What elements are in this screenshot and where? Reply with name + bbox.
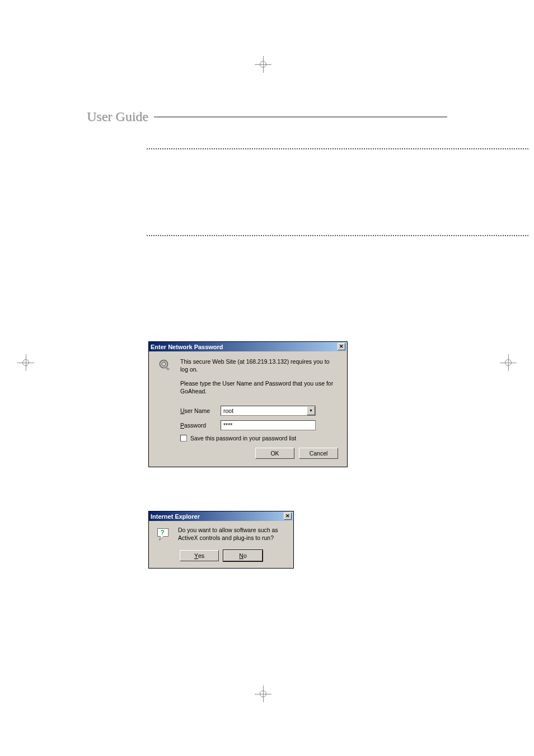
no-button[interactable]: No	[223, 550, 263, 561]
internet-explorer-dialog: Internet Explorer ✕ ? Do you want to all…	[148, 511, 294, 569]
dialog1-body: This secure Web Site (at 168.219.13.132)…	[149, 351, 347, 467]
registration-mark-left	[20, 357, 31, 368]
page-title: User Guide	[87, 109, 148, 124]
dotted-line-2	[147, 235, 528, 236]
username-combobox[interactable]: root ▼	[221, 406, 316, 416]
dialog1-line2: Please type the User Name and Password t…	[180, 380, 338, 395]
page-header-row: User Guide	[87, 109, 447, 124]
yes-button[interactable]: Yes	[180, 550, 219, 561]
dialog2-titlebar: Internet Explorer ✕	[149, 511, 293, 521]
close-button[interactable]: ✕	[284, 513, 292, 520]
dialog2-message: Do you want to allow software such as Ac…	[178, 527, 287, 542]
username-label: User Name	[180, 407, 215, 414]
registration-mark-bottom	[257, 688, 269, 699]
enter-network-password-dialog: Enter Network Password ✕ This secure Web…	[148, 341, 348, 467]
svg-point-1	[162, 362, 166, 366]
dialog1-title: Enter Network Password	[151, 344, 338, 350]
chevron-down-icon: ▼	[309, 408, 313, 412]
password-input[interactable]: ****	[221, 420, 316, 430]
dialog1-line1: This secure Web Site (at 168.219.13.132)…	[180, 358, 338, 373]
cancel-button[interactable]: Cancel	[299, 448, 338, 459]
header-rule	[154, 116, 447, 118]
dialog2-title: Internet Explorer	[151, 513, 284, 520]
dotted-line-1	[147, 148, 528, 149]
question-icon: ?	[156, 527, 171, 542]
ok-button[interactable]: OK	[255, 448, 294, 459]
save-password-checkbox[interactable]	[180, 435, 187, 442]
dialog2-body: ? Do you want to allow software such as …	[149, 521, 293, 568]
close-button[interactable]: ✕	[338, 343, 345, 350]
close-icon: ✕	[285, 514, 290, 519]
registration-mark-right	[503, 357, 514, 368]
save-password-label: Save this password in your password list	[190, 435, 296, 443]
dialog1-message: This secure Web Site (at 168.219.13.132)…	[180, 358, 338, 402]
dropdown-button[interactable]: ▼	[307, 406, 315, 415]
password-label: Password	[180, 422, 215, 429]
password-value: ****	[223, 422, 232, 429]
svg-text:?: ?	[161, 529, 165, 536]
key-ring-icon	[158, 358, 174, 374]
dialog1-titlebar: Enter Network Password ✕	[149, 342, 347, 351]
username-value: root	[221, 407, 307, 414]
registration-mark-top	[257, 59, 269, 70]
close-icon: ✕	[339, 344, 344, 349]
